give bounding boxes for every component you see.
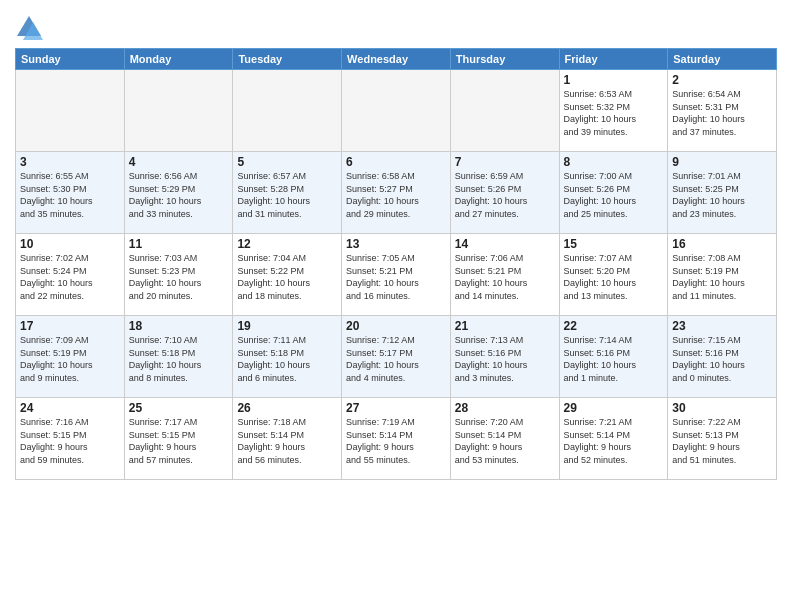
week-row-2: 3Sunrise: 6:55 AM Sunset: 5:30 PM Daylig… bbox=[16, 152, 777, 234]
calendar-cell bbox=[450, 70, 559, 152]
day-number: 10 bbox=[20, 237, 120, 251]
day-number: 22 bbox=[564, 319, 664, 333]
day-info: Sunrise: 7:20 AM Sunset: 5:14 PM Dayligh… bbox=[455, 416, 555, 466]
calendar-cell: 1Sunrise: 6:53 AM Sunset: 5:32 PM Daylig… bbox=[559, 70, 668, 152]
day-number: 4 bbox=[129, 155, 229, 169]
calendar-cell: 19Sunrise: 7:11 AM Sunset: 5:18 PM Dayli… bbox=[233, 316, 342, 398]
day-info: Sunrise: 6:58 AM Sunset: 5:27 PM Dayligh… bbox=[346, 170, 446, 220]
day-info: Sunrise: 6:53 AM Sunset: 5:32 PM Dayligh… bbox=[564, 88, 664, 138]
calendar-cell: 20Sunrise: 7:12 AM Sunset: 5:17 PM Dayli… bbox=[342, 316, 451, 398]
day-number: 7 bbox=[455, 155, 555, 169]
calendar-cell: 11Sunrise: 7:03 AM Sunset: 5:23 PM Dayli… bbox=[124, 234, 233, 316]
day-number: 19 bbox=[237, 319, 337, 333]
calendar-cell: 25Sunrise: 7:17 AM Sunset: 5:15 PM Dayli… bbox=[124, 398, 233, 480]
day-number: 12 bbox=[237, 237, 337, 251]
weekday-monday: Monday bbox=[124, 49, 233, 70]
day-info: Sunrise: 7:11 AM Sunset: 5:18 PM Dayligh… bbox=[237, 334, 337, 384]
calendar-cell: 2Sunrise: 6:54 AM Sunset: 5:31 PM Daylig… bbox=[668, 70, 777, 152]
weekday-friday: Friday bbox=[559, 49, 668, 70]
calendar-cell: 5Sunrise: 6:57 AM Sunset: 5:28 PM Daylig… bbox=[233, 152, 342, 234]
day-number: 2 bbox=[672, 73, 772, 87]
weekday-header-row: SundayMondayTuesdayWednesdayThursdayFrid… bbox=[16, 49, 777, 70]
day-info: Sunrise: 7:03 AM Sunset: 5:23 PM Dayligh… bbox=[129, 252, 229, 302]
day-info: Sunrise: 6:54 AM Sunset: 5:31 PM Dayligh… bbox=[672, 88, 772, 138]
day-info: Sunrise: 7:07 AM Sunset: 5:20 PM Dayligh… bbox=[564, 252, 664, 302]
day-number: 16 bbox=[672, 237, 772, 251]
calendar-cell: 18Sunrise: 7:10 AM Sunset: 5:18 PM Dayli… bbox=[124, 316, 233, 398]
day-number: 17 bbox=[20, 319, 120, 333]
day-number: 8 bbox=[564, 155, 664, 169]
calendar-cell: 14Sunrise: 7:06 AM Sunset: 5:21 PM Dayli… bbox=[450, 234, 559, 316]
day-info: Sunrise: 6:57 AM Sunset: 5:28 PM Dayligh… bbox=[237, 170, 337, 220]
day-info: Sunrise: 7:04 AM Sunset: 5:22 PM Dayligh… bbox=[237, 252, 337, 302]
day-info: Sunrise: 7:13 AM Sunset: 5:16 PM Dayligh… bbox=[455, 334, 555, 384]
day-number: 13 bbox=[346, 237, 446, 251]
day-number: 26 bbox=[237, 401, 337, 415]
day-number: 29 bbox=[564, 401, 664, 415]
calendar-cell: 9Sunrise: 7:01 AM Sunset: 5:25 PM Daylig… bbox=[668, 152, 777, 234]
day-number: 6 bbox=[346, 155, 446, 169]
calendar: SundayMondayTuesdayWednesdayThursdayFrid… bbox=[15, 48, 777, 480]
calendar-cell: 12Sunrise: 7:04 AM Sunset: 5:22 PM Dayli… bbox=[233, 234, 342, 316]
calendar-cell: 23Sunrise: 7:15 AM Sunset: 5:16 PM Dayli… bbox=[668, 316, 777, 398]
calendar-cell: 8Sunrise: 7:00 AM Sunset: 5:26 PM Daylig… bbox=[559, 152, 668, 234]
day-info: Sunrise: 6:56 AM Sunset: 5:29 PM Dayligh… bbox=[129, 170, 229, 220]
calendar-cell: 27Sunrise: 7:19 AM Sunset: 5:14 PM Dayli… bbox=[342, 398, 451, 480]
day-info: Sunrise: 7:01 AM Sunset: 5:25 PM Dayligh… bbox=[672, 170, 772, 220]
logo-icon bbox=[15, 14, 43, 42]
calendar-cell: 7Sunrise: 6:59 AM Sunset: 5:26 PM Daylig… bbox=[450, 152, 559, 234]
day-number: 11 bbox=[129, 237, 229, 251]
day-number: 21 bbox=[455, 319, 555, 333]
week-row-5: 24Sunrise: 7:16 AM Sunset: 5:15 PM Dayli… bbox=[16, 398, 777, 480]
day-number: 28 bbox=[455, 401, 555, 415]
day-info: Sunrise: 7:05 AM Sunset: 5:21 PM Dayligh… bbox=[346, 252, 446, 302]
calendar-cell: 22Sunrise: 7:14 AM Sunset: 5:16 PM Dayli… bbox=[559, 316, 668, 398]
day-info: Sunrise: 7:08 AM Sunset: 5:19 PM Dayligh… bbox=[672, 252, 772, 302]
calendar-cell: 4Sunrise: 6:56 AM Sunset: 5:29 PM Daylig… bbox=[124, 152, 233, 234]
day-info: Sunrise: 6:55 AM Sunset: 5:30 PM Dayligh… bbox=[20, 170, 120, 220]
calendar-cell: 30Sunrise: 7:22 AM Sunset: 5:13 PM Dayli… bbox=[668, 398, 777, 480]
calendar-cell: 24Sunrise: 7:16 AM Sunset: 5:15 PM Dayli… bbox=[16, 398, 125, 480]
week-row-3: 10Sunrise: 7:02 AM Sunset: 5:24 PM Dayli… bbox=[16, 234, 777, 316]
day-info: Sunrise: 7:02 AM Sunset: 5:24 PM Dayligh… bbox=[20, 252, 120, 302]
day-number: 30 bbox=[672, 401, 772, 415]
day-number: 18 bbox=[129, 319, 229, 333]
calendar-cell: 29Sunrise: 7:21 AM Sunset: 5:14 PM Dayli… bbox=[559, 398, 668, 480]
day-info: Sunrise: 7:17 AM Sunset: 5:15 PM Dayligh… bbox=[129, 416, 229, 466]
day-info: Sunrise: 7:14 AM Sunset: 5:16 PM Dayligh… bbox=[564, 334, 664, 384]
header bbox=[15, 10, 777, 42]
day-number: 9 bbox=[672, 155, 772, 169]
day-number: 3 bbox=[20, 155, 120, 169]
day-info: Sunrise: 7:12 AM Sunset: 5:17 PM Dayligh… bbox=[346, 334, 446, 384]
calendar-cell: 6Sunrise: 6:58 AM Sunset: 5:27 PM Daylig… bbox=[342, 152, 451, 234]
day-number: 25 bbox=[129, 401, 229, 415]
weekday-saturday: Saturday bbox=[668, 49, 777, 70]
calendar-body: 1Sunrise: 6:53 AM Sunset: 5:32 PM Daylig… bbox=[16, 70, 777, 480]
day-info: Sunrise: 7:06 AM Sunset: 5:21 PM Dayligh… bbox=[455, 252, 555, 302]
day-info: Sunrise: 7:16 AM Sunset: 5:15 PM Dayligh… bbox=[20, 416, 120, 466]
weekday-tuesday: Tuesday bbox=[233, 49, 342, 70]
day-info: Sunrise: 7:19 AM Sunset: 5:14 PM Dayligh… bbox=[346, 416, 446, 466]
calendar-cell: 10Sunrise: 7:02 AM Sunset: 5:24 PM Dayli… bbox=[16, 234, 125, 316]
calendar-cell: 28Sunrise: 7:20 AM Sunset: 5:14 PM Dayli… bbox=[450, 398, 559, 480]
weekday-sunday: Sunday bbox=[16, 49, 125, 70]
page-container: SundayMondayTuesdayWednesdayThursdayFrid… bbox=[0, 0, 792, 612]
calendar-cell: 3Sunrise: 6:55 AM Sunset: 5:30 PM Daylig… bbox=[16, 152, 125, 234]
week-row-1: 1Sunrise: 6:53 AM Sunset: 5:32 PM Daylig… bbox=[16, 70, 777, 152]
calendar-cell bbox=[233, 70, 342, 152]
calendar-cell: 17Sunrise: 7:09 AM Sunset: 5:19 PM Dayli… bbox=[16, 316, 125, 398]
calendar-cell: 26Sunrise: 7:18 AM Sunset: 5:14 PM Dayli… bbox=[233, 398, 342, 480]
calendar-cell bbox=[342, 70, 451, 152]
calendar-cell: 16Sunrise: 7:08 AM Sunset: 5:19 PM Dayli… bbox=[668, 234, 777, 316]
day-info: Sunrise: 7:21 AM Sunset: 5:14 PM Dayligh… bbox=[564, 416, 664, 466]
day-number: 27 bbox=[346, 401, 446, 415]
day-info: Sunrise: 7:10 AM Sunset: 5:18 PM Dayligh… bbox=[129, 334, 229, 384]
calendar-cell bbox=[16, 70, 125, 152]
weekday-thursday: Thursday bbox=[450, 49, 559, 70]
day-number: 1 bbox=[564, 73, 664, 87]
calendar-cell: 13Sunrise: 7:05 AM Sunset: 5:21 PM Dayli… bbox=[342, 234, 451, 316]
day-info: Sunrise: 7:00 AM Sunset: 5:26 PM Dayligh… bbox=[564, 170, 664, 220]
day-number: 20 bbox=[346, 319, 446, 333]
day-number: 15 bbox=[564, 237, 664, 251]
day-info: Sunrise: 7:22 AM Sunset: 5:13 PM Dayligh… bbox=[672, 416, 772, 466]
